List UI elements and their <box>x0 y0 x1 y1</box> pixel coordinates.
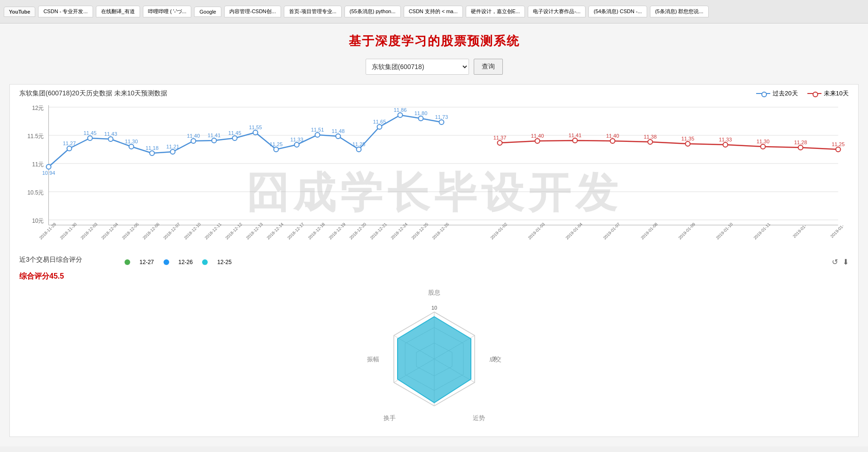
svg-point-20 <box>212 138 217 143</box>
tab-electronics[interactable]: 电子设计大赛作品-... <box>528 6 586 17</box>
svg-text:2019-01-11: 2019-01-11 <box>753 222 772 241</box>
svg-text:2018-12-05: 2018-12-05 <box>121 222 140 241</box>
svg-text:11.80: 11.80 <box>414 110 428 116</box>
svg-text:10.5元: 10.5元 <box>27 189 44 196</box>
svg-text:11.33: 11.33 <box>719 137 732 142</box>
svg-text:11.25: 11.25 <box>270 141 283 147</box>
tab-project[interactable]: 首页-项目管理专业... <box>284 6 342 17</box>
svg-point-17 <box>150 151 155 156</box>
svg-text:11.40: 11.40 <box>187 133 200 139</box>
svg-point-30 <box>419 116 423 121</box>
radar-svg: 股息 振幅 成交 换手 近势 <box>354 286 514 427</box>
chart-header: 东软集团(600718)20天历史数据 未来10天预测数据 过去20天 未来10… <box>19 89 849 98</box>
radar-label-bl: 换手 <box>383 414 396 421</box>
svg-point-22 <box>253 130 258 135</box>
svg-text:11.51: 11.51 <box>311 127 324 132</box>
svg-text:11.27: 11.27 <box>63 140 76 146</box>
svg-text:11.5元: 11.5元 <box>27 133 44 140</box>
dot-blue <box>164 259 169 265</box>
date-label-2: 12-26 <box>179 259 193 265</box>
stock-select[interactable]: 东软集团(600718) <box>366 59 469 75</box>
svg-point-24 <box>295 142 299 147</box>
svg-text:11.40: 11.40 <box>531 133 544 139</box>
svg-point-26 <box>336 134 341 139</box>
query-button[interactable]: 查询 <box>474 59 503 75</box>
chart-legend: 过去20天 未来10天 <box>756 89 849 98</box>
svg-text:2018-12-19: 2018-12-19 <box>328 222 347 241</box>
eval-row: 近3个交易日综合评分 12-27 12-26 12-25 ↺ ⬇ <box>19 256 849 268</box>
dot-green <box>125 259 130 265</box>
svg-point-14 <box>88 136 93 140</box>
svg-text:2019-01-03: 2019-01-03 <box>527 222 546 241</box>
svg-text:11.38: 11.38 <box>644 134 657 140</box>
date-legend: 12-27 12-26 12-25 <box>125 259 232 265</box>
radar-label-left: 振幅 <box>367 356 379 363</box>
svg-point-19 <box>191 139 196 143</box>
tab-csdn3[interactable]: CSDN 支持的 < ma... <box>404 6 463 17</box>
svg-text:11.45: 11.45 <box>228 130 242 136</box>
svg-text:2018-12-24: 2018-12-24 <box>390 222 409 241</box>
svg-text:2018-12-13: 2018-12-13 <box>245 222 264 241</box>
svg-point-53 <box>535 139 540 143</box>
svg-text:11.86: 11.86 <box>394 107 407 113</box>
svg-text:2019-01-08: 2019-01-08 <box>640 222 659 241</box>
tab-csdn[interactable]: CSDN - 专业开发... <box>38 6 93 17</box>
svg-text:11.37: 11.37 <box>493 135 507 140</box>
download-icon[interactable]: ⬇ <box>843 257 849 266</box>
eval-title: 近3个交易日综合评分 <box>19 256 82 264</box>
svg-text:2018-12-06: 2018-12-06 <box>142 222 161 241</box>
tab-youtube[interactable]: YouTube <box>4 7 35 17</box>
tab-csdn2[interactable]: 内容管理-CSDN创... <box>224 6 281 17</box>
svg-text:11.21: 11.21 <box>166 144 180 149</box>
tab-python[interactable]: (55条消息) python... <box>344 6 401 17</box>
svg-text:2019-01-: 2019-01- <box>792 224 807 239</box>
svg-text:11.41: 11.41 <box>569 132 582 138</box>
chart-action-icons: ↺ ⬇ <box>832 257 849 266</box>
query-bar: 东软集团(600718) 查询 <box>0 59 868 75</box>
date-label-1: 12-27 <box>140 259 154 265</box>
svg-text:11.40: 11.40 <box>606 133 619 139</box>
svg-text:2018-12-20: 2018-12-20 <box>349 222 368 241</box>
svg-text:10: 10 <box>431 305 437 311</box>
svg-text:2018-11-29: 2018-11-29 <box>39 222 57 241</box>
svg-point-23 <box>274 147 279 152</box>
svg-text:2019-01-07: 2019-01-07 <box>602 222 621 241</box>
page-content: 基于深度学习的股票预测系统 东软集团(600718) 查询 东软集团(60071… <box>0 23 868 446</box>
svg-text:11.35: 11.35 <box>681 136 695 141</box>
svg-point-25 <box>315 132 320 137</box>
tab-google[interactable]: Google <box>194 7 221 17</box>
tab-bilibili[interactable]: 哔哩哔哩 ( '-'づ... <box>143 6 192 17</box>
svg-text:10元: 10元 <box>32 218 44 224</box>
svg-text:2018-12-07: 2018-12-07 <box>163 222 181 241</box>
stock-chart: 12元 11.5元 11元 10.5元 10元 <box>19 101 849 251</box>
tab-youdao[interactable]: 在线翻译_有道 <box>96 6 140 17</box>
svg-text:2019-01-09: 2019-01-09 <box>678 222 696 241</box>
svg-text:10.94: 10.94 <box>42 170 55 176</box>
svg-text:2018-12-17: 2018-12-17 <box>287 222 305 241</box>
svg-text:12元: 12元 <box>32 105 44 111</box>
svg-text:2018-12-14: 2018-12-14 <box>266 222 285 241</box>
tab-csdn5[interactable]: (5条消息) 郡您您说... <box>650 6 709 17</box>
svg-text:2018-12-12: 2018-12-12 <box>225 222 243 241</box>
svg-point-59 <box>761 144 766 149</box>
svg-text:11.25: 11.25 <box>832 141 845 147</box>
dot-teal <box>202 259 208 265</box>
chart-subtitle: 东软集团(600718)20天历史数据 未来10天预测数据 <box>19 89 167 98</box>
svg-text:2018-12-04: 2018-12-04 <box>101 222 119 241</box>
svg-point-61 <box>836 147 841 152</box>
svg-text:2018-12-11: 2018-12-11 <box>204 222 223 241</box>
svg-point-52 <box>498 140 502 145</box>
svg-point-54 <box>573 138 578 143</box>
svg-point-15 <box>109 137 113 141</box>
svg-text:2019-01-10: 2019-01-10 <box>715 222 734 241</box>
svg-text:11.30: 11.30 <box>125 139 138 144</box>
svg-point-13 <box>67 146 72 151</box>
svg-text:2019-01-: 2019-01- <box>829 224 845 239</box>
tab-csdn4[interactable]: (54条消息) CSDN -... <box>588 6 647 17</box>
tab-hardware[interactable]: 硬件设计，嘉立创E... <box>466 6 525 17</box>
svg-text:11.43: 11.43 <box>104 131 117 137</box>
svg-text:11.18: 11.18 <box>146 145 159 151</box>
legend-past: 过去20天 <box>756 89 798 98</box>
svg-text:11.73: 11.73 <box>435 114 448 120</box>
refresh-icon[interactable]: ↺ <box>832 257 838 266</box>
